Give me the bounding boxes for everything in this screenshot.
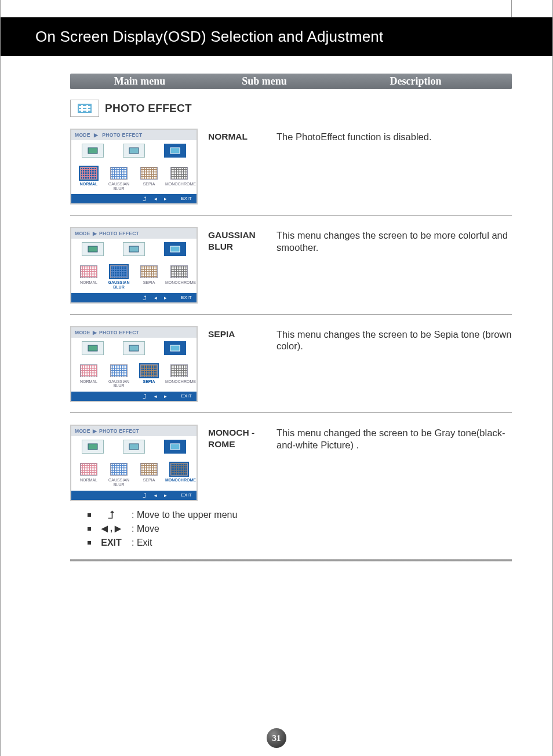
- tab-icon-3[interactable]: [164, 440, 186, 454]
- section-mono: MODE▶PHOTO EFFECT NORMAL GAUSSIAN BLUR S…: [70, 425, 512, 501]
- left-icon[interactable]: ◂: [154, 295, 157, 301]
- osd-exit[interactable]: EXIT: [181, 492, 192, 498]
- osd-tabs: [71, 239, 197, 260]
- legend-exit-text: : Exit: [132, 536, 152, 550]
- svg-rect-8: [170, 345, 180, 351]
- osd-exit[interactable]: EXIT: [181, 393, 192, 399]
- section-gauss: MODE▶PHOTO EFFECT NORMAL GAUSSIAN BLUR S…: [70, 227, 512, 303]
- right-icon[interactable]: ▸: [164, 492, 167, 498]
- legend-move-text: : Move: [132, 522, 159, 536]
- opt-mono[interactable]: MONOCHROME: [165, 463, 193, 487]
- page-title: On Screen Display(OSD) Selection and Adj…: [35, 28, 383, 45]
- svg-rect-7: [129, 345, 139, 351]
- opt-normal[interactable]: NORMAL: [75, 265, 103, 289]
- opt-gauss[interactable]: GAUSSIAN BLUR: [105, 463, 133, 487]
- tab-icon-1[interactable]: [82, 440, 104, 454]
- tab-icon-3[interactable]: [164, 341, 186, 355]
- svg-rect-1: [129, 148, 139, 154]
- crumb-mode: MODE: [75, 132, 90, 138]
- section-normal: MODE ▶ PHOTO EFFECT NORMAL GAUSSIAN BLUR…: [70, 129, 512, 204]
- opt-sepia[interactable]: SEPIA: [135, 463, 163, 487]
- up-icon[interactable]: ⮥: [142, 393, 147, 399]
- left-icon[interactable]: ◂: [154, 196, 157, 202]
- svg-rect-4: [129, 246, 139, 252]
- up-arrow-icon: ⮥: [97, 508, 126, 522]
- divider: [70, 215, 512, 216]
- desc-gauss: This menu changes the screen to be more …: [276, 227, 512, 303]
- opt-gauss[interactable]: GAUSSIAN BLUR: [105, 265, 133, 289]
- opt-normal[interactable]: NORMAL: [75, 463, 103, 487]
- osd-footer: ⮥ ◂ ▸ EXIT: [71, 491, 197, 500]
- osd-footer: ⮥ ◂ ▸ EXIT: [71, 194, 197, 203]
- left-icon[interactable]: ◂: [154, 393, 157, 399]
- up-icon[interactable]: ⮥: [142, 492, 147, 498]
- legend-up-text: : Move to the upper menu: [132, 508, 237, 522]
- section-sepia: MODE▶PHOTO EFFECT NORMAL GAUSSIAN BLUR S…: [70, 326, 512, 402]
- page-top-margin: [1, 0, 552, 17]
- legend-row-exit: EXIT : Exit: [88, 536, 512, 550]
- tab-icon-1[interactable]: [82, 341, 104, 355]
- opt-sepia[interactable]: SEPIA: [135, 265, 163, 289]
- divider: [70, 412, 512, 413]
- opt-gauss[interactable]: GAUSSIAN BLUR: [105, 167, 133, 191]
- opt-normal[interactable]: NORMAL: [75, 364, 103, 388]
- opt-gauss[interactable]: GAUSSIAN BLUR: [105, 364, 133, 388]
- opt-normal[interactable]: NORMAL: [75, 167, 103, 191]
- opt-mono[interactable]: MONOCHROME: [165, 167, 193, 191]
- divider: [70, 314, 512, 315]
- osd-exit[interactable]: EXIT: [181, 295, 192, 301]
- right-icon[interactable]: ▸: [164, 295, 167, 301]
- opt-sepia[interactable]: SEPIA: [135, 364, 163, 388]
- desc-sepia: This menu changes the screen to be Sepia…: [276, 326, 512, 402]
- svg-rect-10: [129, 444, 139, 450]
- left-icon[interactable]: ◂: [154, 492, 157, 498]
- page-number: 31: [267, 728, 286, 748]
- sub-mono: MONOCH -ROME: [208, 425, 266, 501]
- column-header-bar: Main menu Sub menu Description: [70, 74, 512, 89]
- osd-breadcrumb: MODE▶PHOTO EFFECT: [71, 327, 197, 338]
- bullet-icon: [88, 527, 91, 531]
- main-menu-title-row: PHOTO EFFECT: [70, 100, 512, 117]
- sub-normal: NORMAL: [208, 129, 266, 204]
- opt-mono[interactable]: MONOCHROME: [165, 364, 193, 388]
- osd-panel-sepia: MODE▶PHOTO EFFECT NORMAL GAUSSIAN BLUR S…: [70, 326, 198, 402]
- tab-icon-2[interactable]: [123, 144, 145, 158]
- svg-rect-0: [88, 148, 97, 154]
- sub-sepia: SEPIA: [208, 326, 266, 402]
- svg-rect-9: [88, 444, 97, 450]
- bottom-divider: [70, 559, 512, 561]
- col-main: Main menu: [70, 75, 209, 87]
- osd-footer: ⮥ ◂ ▸ EXIT: [71, 392, 197, 401]
- tab-icon-1[interactable]: [82, 242, 104, 256]
- bullet-icon: [88, 541, 91, 545]
- tab-icon-1[interactable]: [82, 144, 104, 158]
- tab-icon-3[interactable]: [164, 144, 186, 158]
- tab-icon-3[interactable]: [164, 242, 186, 256]
- svg-rect-2: [170, 148, 180, 154]
- crumb-target: PHOTO EFFECT: [102, 132, 142, 138]
- col-desc: Description: [319, 75, 512, 87]
- opt-mono[interactable]: MONOCHROME: [165, 265, 193, 289]
- osd-options: NORMAL GAUSSIAN BLUR SEPIA MONOCHROME: [71, 457, 197, 490]
- osd-options: NORMAL GAUSSIAN BLUR SEPIA MONOCHROME: [71, 260, 197, 293]
- osd-tabs: [71, 338, 197, 359]
- desc-mono: This menu changed the screen to be Gray …: [276, 425, 512, 501]
- right-icon[interactable]: ▸: [164, 196, 167, 202]
- svg-rect-11: [170, 444, 180, 450]
- tab-icon-2[interactable]: [123, 242, 145, 256]
- osd-panel-mono: MODE▶PHOTO EFFECT NORMAL GAUSSIAN BLUR S…: [70, 425, 198, 501]
- up-icon[interactable]: ⮥: [142, 196, 147, 202]
- left-right-arrows-icon: ◀ , ▶: [97, 523, 126, 535]
- sub-gauss: GAUSSIAN BLUR: [208, 227, 266, 303]
- right-icon[interactable]: ▸: [164, 393, 167, 399]
- tab-icon-2[interactable]: [123, 440, 145, 454]
- up-icon[interactable]: ⮥: [142, 295, 147, 301]
- osd-breadcrumb: MODE ▶ PHOTO EFFECT: [71, 130, 197, 140]
- osd-panel-gauss: MODE▶PHOTO EFFECT NORMAL GAUSSIAN BLUR S…: [70, 227, 198, 303]
- svg-rect-5: [170, 246, 180, 252]
- opt-sepia[interactable]: SEPIA: [135, 167, 163, 191]
- tab-icon-2[interactable]: [123, 341, 145, 355]
- osd-panel-normal: MODE ▶ PHOTO EFFECT NORMAL GAUSSIAN BLUR…: [70, 129, 198, 204]
- osd-options: NORMAL GAUSSIAN BLUR SEPIA MONOCHROME: [71, 359, 197, 392]
- osd-exit[interactable]: EXIT: [181, 196, 192, 202]
